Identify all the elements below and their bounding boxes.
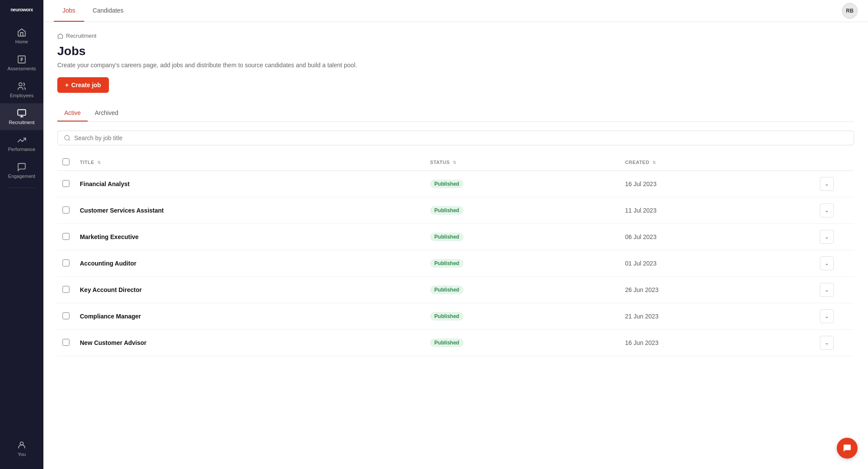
row-action-cell: ⌄ — [815, 171, 854, 197]
sidebar-item-engagement[interactable]: Engagement — [0, 157, 43, 184]
table-row: Key Account Director Published 26 Jun 20… — [57, 277, 854, 303]
sidebar-item-you[interactable]: You — [0, 435, 43, 462]
chat-bubble-button[interactable] — [837, 438, 858, 459]
row-action-cell: ⌄ — [815, 303, 854, 330]
row-title[interactable]: Compliance Manager — [75, 303, 425, 330]
expand-row-button[interactable]: ⌄ — [820, 230, 834, 244]
expand-row-button[interactable]: ⌄ — [820, 256, 834, 270]
row-status: Published — [425, 277, 620, 303]
page-title: Jobs — [57, 44, 854, 58]
chat-icon — [842, 443, 852, 453]
expand-row-button[interactable]: ⌄ — [820, 336, 834, 350]
row-title[interactable]: Customer Services Assistant — [75, 197, 425, 224]
title-sort-icon: ⇅ — [97, 160, 101, 165]
row-checkbox-cell — [57, 277, 75, 303]
row-title[interactable]: Marketing Executive — [75, 224, 425, 250]
top-nav-tabs: Jobs Candidates — [54, 0, 132, 22]
sidebar-item-home[interactable]: Home — [0, 23, 43, 49]
row-checkbox[interactable] — [62, 233, 69, 240]
row-created: 11 Jul 2023 — [620, 197, 815, 224]
row-created: 26 Jun 2023 — [620, 277, 815, 303]
row-action-cell: ⌄ — [815, 277, 854, 303]
breadcrumb-text: Recruitment — [66, 33, 96, 39]
expand-row-button[interactable]: ⌄ — [820, 203, 834, 217]
create-job-button[interactable]: + Create job — [57, 77, 109, 93]
user-avatar-button[interactable]: RB — [842, 3, 858, 19]
plus-icon: + — [65, 82, 69, 89]
col-header-action — [815, 154, 854, 171]
select-all-checkbox[interactable] — [62, 158, 69, 165]
status-sort-icon: ⇅ — [453, 160, 457, 165]
expand-row-button[interactable]: ⌄ — [820, 283, 834, 297]
row-checkbox[interactable] — [62, 339, 69, 346]
employees-icon — [17, 82, 26, 91]
status-badge: Published — [430, 206, 464, 215]
status-badge: Published — [430, 338, 464, 347]
recruitment-icon — [17, 108, 26, 118]
jobs-table-body: Financial Analyst Published 16 Jul 2023 … — [57, 171, 854, 356]
sub-tab-active[interactable]: Active — [57, 105, 88, 121]
row-checkbox[interactable] — [62, 312, 69, 319]
status-badge: Published — [430, 285, 464, 294]
engagement-icon — [17, 162, 26, 172]
table-row: Accounting Auditor Published 01 Jul 2023… — [57, 250, 854, 277]
row-checkbox[interactable] — [62, 259, 69, 266]
main-area: Jobs Candidates RB Recruitment Jobs Crea… — [43, 0, 868, 469]
search-icon — [64, 134, 71, 141]
expand-row-button[interactable]: ⌄ — [820, 177, 834, 191]
top-nav: Jobs Candidates RB — [43, 0, 868, 22]
tab-candidates[interactable]: Candidates — [84, 0, 132, 22]
row-title[interactable]: Accounting Auditor — [75, 250, 425, 277]
home-breadcrumb-icon — [57, 33, 63, 39]
row-checkbox-cell — [57, 330, 75, 356]
col-header-created[interactable]: CREATED ⇅ — [620, 154, 815, 171]
content-area: Recruitment Jobs Create your company's c… — [43, 22, 868, 469]
row-created: 01 Jul 2023 — [620, 250, 815, 277]
you-icon — [17, 440, 26, 450]
row-status: Published — [425, 171, 620, 197]
row-created: 16 Jul 2023 — [620, 171, 815, 197]
table-row: Marketing Executive Published 06 Jul 202… — [57, 224, 854, 250]
status-badge: Published — [430, 233, 464, 241]
row-checkbox[interactable] — [62, 180, 69, 187]
row-title[interactable]: Key Account Director — [75, 277, 425, 303]
col-header-status[interactable]: STATUS ⇅ — [425, 154, 620, 171]
sidebar-divider — [9, 187, 35, 188]
table-row: New Customer Advisor Published 16 Jun 20… — [57, 330, 854, 356]
sidebar-item-recruitment[interactable]: Recruitment — [0, 103, 43, 130]
expand-row-button[interactable]: ⌄ — [820, 309, 834, 323]
page-description: Create your company's careers page, add … — [57, 62, 854, 69]
row-checkbox-cell — [57, 250, 75, 277]
row-title[interactable]: Financial Analyst — [75, 171, 425, 197]
sub-tabs: Active Archived — [57, 105, 854, 122]
row-status: Published — [425, 250, 620, 277]
status-badge: Published — [430, 312, 464, 321]
row-checkbox-cell — [57, 224, 75, 250]
table-row: Customer Services Assistant Published 11… — [57, 197, 854, 224]
sub-tab-archived[interactable]: Archived — [88, 105, 125, 121]
home-icon — [17, 28, 26, 37]
svg-point-1 — [19, 83, 22, 86]
sidebar-item-performance[interactable]: Performance — [0, 130, 43, 157]
breadcrumb: Recruitment — [57, 33, 854, 39]
row-created: 16 Jun 2023 — [620, 330, 815, 356]
select-all-header — [57, 154, 75, 171]
table-header-row: TITLE ⇅ STATUS ⇅ CREATED ⇅ — [57, 154, 854, 171]
brand-logo: neuroworx — [7, 7, 36, 12]
search-input[interactable] — [74, 134, 848, 141]
svg-rect-2 — [18, 110, 26, 115]
tab-jobs[interactable]: Jobs — [54, 0, 84, 22]
row-title[interactable]: New Customer Advisor — [75, 330, 425, 356]
sidebar-item-employees[interactable]: Employees — [0, 76, 43, 103]
row-created: 06 Jul 2023 — [620, 224, 815, 250]
row-action-cell: ⌄ — [815, 224, 854, 250]
row-status: Published — [425, 224, 620, 250]
status-badge: Published — [430, 259, 464, 268]
assessments-icon — [17, 55, 26, 64]
row-checkbox[interactable] — [62, 207, 69, 213]
row-checkbox[interactable] — [62, 286, 69, 293]
row-checkbox-cell — [57, 303, 75, 330]
sidebar-item-assessments[interactable]: Assessments — [0, 49, 43, 76]
row-status: Published — [425, 197, 620, 224]
col-header-title[interactable]: TITLE ⇅ — [75, 154, 425, 171]
